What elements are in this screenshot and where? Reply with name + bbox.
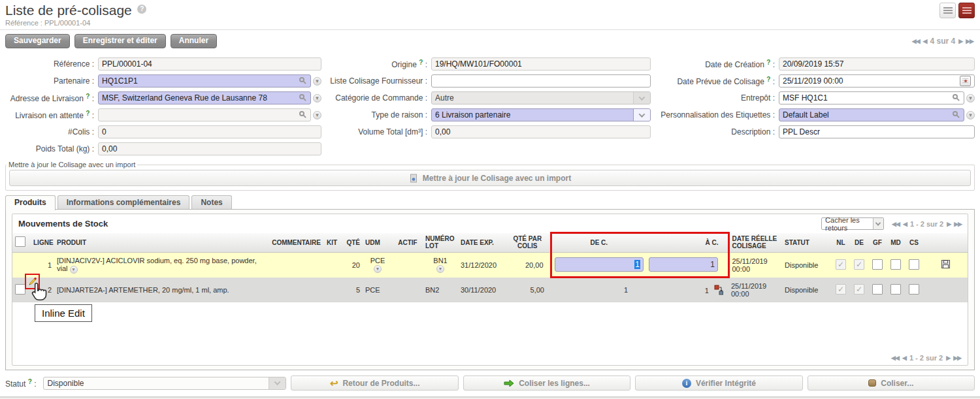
pager-first-icon[interactable]: ◀◀ bbox=[892, 221, 900, 227]
adresse-field[interactable]: MSF, Switzerland Geneva Rue de Lausanne … bbox=[98, 91, 311, 104]
chevron-down-icon[interactable]: ▼ bbox=[374, 265, 382, 273]
split-line-icon[interactable] bbox=[714, 285, 723, 295]
to-pack-input[interactable]: 1 bbox=[649, 257, 718, 272]
list-view-button[interactable] bbox=[939, 3, 956, 18]
pack-button[interactable]: Coliser... bbox=[808, 375, 975, 391]
gf-checkbox[interactable] bbox=[872, 284, 883, 295]
gf-checkbox[interactable] bbox=[872, 259, 883, 270]
table-row[interactable]: 1 [DINJACIV2V-] ACICLOVIR sodium, eq. 25… bbox=[12, 253, 968, 278]
save-button[interactable]: Sauvegarder bbox=[5, 34, 70, 48]
return-products-button[interactable]: ↩ Retour de Produits... bbox=[291, 375, 458, 391]
help-mark: ? bbox=[28, 378, 32, 385]
state-cell: Disponible bbox=[782, 278, 832, 302]
etiquettes-field[interactable]: Default Label bbox=[779, 108, 964, 121]
return-arrow-icon: ↩ bbox=[330, 380, 338, 387]
poids-field[interactable]: 0,00 bbox=[98, 142, 321, 155]
state-cell: Disponible bbox=[782, 253, 832, 278]
date-creation-label: Date de Création ? : bbox=[651, 59, 779, 69]
pack-lines-button[interactable]: Coliser les lignes... bbox=[463, 375, 630, 391]
tab-informations[interactable]: Informations complémentaires bbox=[57, 195, 190, 210]
pager-next-icon[interactable]: ▶ bbox=[947, 221, 951, 227]
md-checkbox[interactable] bbox=[890, 259, 901, 270]
from-pack-input[interactable]: 1 bbox=[555, 257, 644, 272]
pager-text: 4 sur 4 bbox=[930, 37, 956, 46]
chevron-down-icon[interactable]: ▼ bbox=[966, 94, 975, 103]
pager-last-icon[interactable]: ▶▶ bbox=[953, 355, 961, 361]
entrepot-field[interactable]: MSF HQ1C1 bbox=[779, 91, 964, 104]
search-icon[interactable] bbox=[953, 111, 958, 116]
origine-field[interactable]: 19/HQ/MW101/FO00001 bbox=[431, 57, 651, 71]
etiquettes-label: Personnalisation des Etiquettes : bbox=[651, 110, 779, 120]
cancel-button[interactable]: Annuler bbox=[171, 34, 217, 48]
liste-fournisseur-label: Liste Colisage Fournisseur : bbox=[321, 76, 431, 86]
form-view-button[interactable] bbox=[958, 3, 975, 18]
cs-checkbox[interactable] bbox=[909, 259, 919, 270]
chevron-down-icon bbox=[633, 109, 650, 121]
nl-checkbox[interactable] bbox=[836, 259, 846, 270]
chevron-down-icon[interactable]: ▼ bbox=[313, 77, 321, 86]
colis-field[interactable]: 0 bbox=[98, 125, 321, 138]
categorie-select[interactable]: Autre bbox=[431, 91, 651, 104]
import-icon bbox=[409, 174, 418, 183]
pack-date-cell: 25/11/2019 00:00 bbox=[728, 253, 782, 278]
chevron-down-icon[interactable]: ▼ bbox=[313, 111, 321, 120]
from-pack-cell: 1 bbox=[551, 278, 646, 302]
liste-fournisseur-field[interactable] bbox=[431, 74, 651, 88]
pager-last-icon[interactable]: ▶▶ bbox=[966, 38, 973, 44]
select-all-checkbox[interactable] bbox=[15, 236, 25, 247]
statut-select[interactable]: Disponible bbox=[43, 377, 286, 390]
search-icon[interactable] bbox=[953, 94, 958, 99]
volume-field[interactable]: 0,00 bbox=[431, 125, 651, 138]
de-checkbox[interactable] bbox=[854, 284, 864, 295]
qty-per-pack-cell: 5,00 bbox=[505, 278, 551, 302]
check-integrity-button[interactable]: i Vérifier Intégrité bbox=[635, 375, 802, 391]
lot-cell: BN1 bbox=[433, 257, 447, 264]
save-row-icon[interactable] bbox=[941, 260, 950, 268]
pager-prev-icon[interactable]: ◀ bbox=[903, 221, 907, 227]
attente-field[interactable] bbox=[98, 108, 311, 121]
search-icon[interactable] bbox=[299, 94, 304, 99]
reference-label: Référence : bbox=[0, 59, 98, 69]
pager-next-icon[interactable]: ▶ bbox=[958, 38, 962, 44]
nl-checkbox[interactable] bbox=[836, 284, 846, 295]
type-raison-select[interactable]: 6 Livraison partenaire bbox=[431, 108, 651, 121]
expiry-cell: 30/11/2020 bbox=[458, 278, 505, 302]
description-field[interactable]: PPL Descr bbox=[779, 125, 975, 138]
pager-first-icon[interactable]: ◀◀ bbox=[912, 38, 920, 44]
chevron-down-icon[interactable]: ▼ bbox=[313, 94, 321, 103]
to-pack-cell: 1 bbox=[705, 287, 709, 295]
save-edit-button[interactable]: Enregistrer et éditer bbox=[74, 34, 166, 48]
table-header-row: LIGNE PRODUIT COMMENTAIRE KIT QTÉ UDM AC… bbox=[12, 233, 968, 253]
date-creation-field[interactable]: 20/09/2019 15:57 bbox=[779, 57, 975, 71]
help-icon[interactable]: ? bbox=[137, 5, 146, 14]
chevron-down-icon[interactable]: ▼ bbox=[966, 111, 975, 120]
pager-prev-icon[interactable]: ◀ bbox=[923, 38, 927, 44]
origine-label: Origine ? : bbox=[321, 59, 431, 69]
md-checkbox[interactable] bbox=[890, 284, 901, 295]
filter-returns-select[interactable]: Cacher les retours bbox=[821, 217, 884, 230]
pager-first-icon[interactable]: ◀◀ bbox=[891, 355, 899, 361]
tab-notes[interactable]: Notes bbox=[191, 195, 231, 210]
de-checkbox[interactable] bbox=[854, 259, 864, 270]
pager-prev-icon[interactable]: ◀ bbox=[902, 355, 906, 361]
table-row[interactable]: 2 [DINJARTE2A-] ARTEMETHER, 20 mg/ml, 1 … bbox=[12, 278, 968, 302]
chevron-down-icon[interactable]: ▼ bbox=[436, 265, 444, 273]
search-icon[interactable] bbox=[299, 111, 304, 116]
date-prevue-field[interactable]: 25/11/2019 00:00 bbox=[779, 74, 975, 88]
notebook-tabs: Produits Informations complémentaires No… bbox=[5, 195, 975, 210]
reference-field[interactable]: PPL/00001-04 bbox=[98, 57, 321, 71]
form-view-icon bbox=[962, 7, 972, 14]
calendar-icon[interactable] bbox=[960, 76, 971, 86]
tab-produits[interactable]: Produits bbox=[5, 195, 56, 210]
cs-checkbox[interactable] bbox=[909, 284, 919, 295]
chevron-down-icon[interactable]: ▼ bbox=[70, 266, 78, 274]
tab-panel-produits: Mouvements de Stock Cacher les retours ◀… bbox=[5, 210, 975, 370]
row-checkbox[interactable] bbox=[15, 284, 25, 295]
help-mark: ? bbox=[419, 59, 423, 66]
date-prevue-label: Date Prévue de Colisage ? : bbox=[651, 76, 779, 86]
partenaire-field[interactable]: HQ1C1P1 bbox=[98, 74, 311, 88]
search-icon[interactable] bbox=[299, 77, 304, 82]
pager-last-icon[interactable]: ▶▶ bbox=[954, 221, 962, 227]
import-update-button[interactable]: Mettre à jour le Colisage avec un import bbox=[9, 170, 971, 186]
pager-next-icon[interactable]: ▶ bbox=[946, 355, 950, 361]
